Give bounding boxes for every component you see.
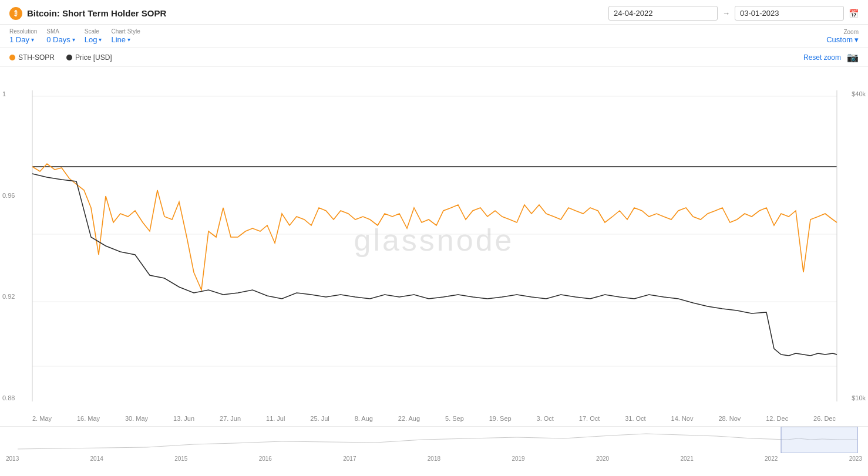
price-label: Price [USD] bbox=[75, 53, 112, 62]
zoom-area: Zoom Custom ▾ bbox=[826, 29, 859, 44]
x-axis-labels: 2. May16. May30. May13. Jun27. Jun11. Ju… bbox=[0, 413, 868, 426]
y-label-088: 0.88 bbox=[2, 394, 15, 401]
x-label-2: 30. May bbox=[125, 415, 148, 426]
mini-label-2023: 2023 bbox=[849, 455, 862, 462]
chart-title: Bitcoin: Short Term Holder SOPR bbox=[27, 8, 166, 18]
y-axis-left: 1 0.96 0.92 0.88 bbox=[2, 90, 15, 401]
x-label-5: 11. Jul bbox=[266, 415, 285, 426]
x-label-0: 2. May bbox=[32, 415, 52, 426]
calendar-icon[interactable]: 📅 bbox=[849, 9, 859, 18]
main-chart-svg bbox=[0, 67, 868, 413]
y-label-092: 0.92 bbox=[2, 293, 15, 300]
y-axis-right: $40k $10k bbox=[852, 90, 866, 401]
btc-icon: ₿ bbox=[9, 7, 22, 20]
x-label-12: 17. Oct bbox=[579, 415, 600, 426]
y-label-096: 0.96 bbox=[2, 192, 15, 199]
svg-rect-8 bbox=[781, 427, 857, 453]
mini-label-2020: 2020 bbox=[596, 455, 609, 462]
main-chart-container: glassnode 1 0.96 0.92 0.88 $40k $10k bbox=[0, 67, 868, 413]
x-label-15: 28. Nov bbox=[718, 415, 741, 426]
legend-left: STH-SOPR Price [USD] bbox=[9, 53, 112, 62]
price-line bbox=[32, 174, 837, 356]
date-range-area: → 📅 bbox=[608, 6, 859, 21]
reset-zoom-button[interactable]: Reset zoom bbox=[803, 53, 841, 62]
title-area: ₿ Bitcoin: Short Term Holder SOPR bbox=[9, 7, 166, 20]
zoom-arrow: ▾ bbox=[854, 35, 859, 44]
mini-x-labels: 2013 2014 2015 2016 2017 2018 2019 2020 … bbox=[0, 455, 868, 462]
mini-label-2022: 2022 bbox=[765, 455, 778, 462]
mini-label-2016: 2016 bbox=[259, 455, 272, 462]
y-label-1: 1 bbox=[2, 90, 15, 97]
x-label-17: 26. Dec bbox=[813, 415, 836, 426]
mini-label-2014: 2014 bbox=[90, 455, 103, 462]
mini-label-2015: 2015 bbox=[174, 455, 187, 462]
mini-label-2018: 2018 bbox=[428, 455, 440, 462]
chart-style-label: Chart Style bbox=[111, 28, 140, 35]
mini-chart-svg bbox=[0, 427, 868, 453]
zoom-value-text: Custom bbox=[826, 35, 853, 44]
chart-style-control: Chart Style Line ▾ bbox=[111, 28, 140, 44]
resolution-control: Resolution 1 Day ▾ bbox=[9, 28, 37, 44]
date-arrow: → bbox=[722, 9, 730, 18]
resolution-label: Resolution bbox=[9, 28, 37, 35]
legend-bar: STH-SOPR Price [USD] Reset zoom 📷 bbox=[0, 48, 868, 67]
y-label-10k: $10k bbox=[852, 394, 866, 401]
date-from-input[interactable] bbox=[608, 6, 718, 21]
mini-label-2019: 2019 bbox=[512, 455, 524, 462]
sma-label: SMA bbox=[46, 28, 75, 35]
price-dot bbox=[66, 55, 72, 60]
legend-price: Price [USD] bbox=[66, 53, 112, 62]
scale-arrow: ▾ bbox=[99, 36, 102, 43]
sma-control: SMA 0 Days ▾ bbox=[46, 28, 75, 44]
x-label-1: 16. May bbox=[77, 415, 100, 426]
mini-chart-area: 2013 2014 2015 2016 2017 2018 2019 2020 … bbox=[0, 426, 868, 464]
resolution-arrow: ▾ bbox=[31, 36, 34, 43]
controls-bar: Resolution 1 Day ▾ SMA 0 Days ▾ Scale Lo… bbox=[0, 25, 868, 48]
x-label-3: 13. Jun bbox=[173, 415, 194, 426]
sth-sopr-line bbox=[32, 164, 837, 290]
scale-label: Scale bbox=[85, 28, 102, 35]
date-to-input[interactable] bbox=[735, 6, 844, 21]
chart-style-arrow: ▾ bbox=[127, 36, 130, 43]
sth-sopr-label: STH-SOPR bbox=[18, 53, 55, 62]
legend-sth-sopr: STH-SOPR bbox=[9, 53, 55, 62]
chart-style-value: Line bbox=[111, 35, 126, 44]
mini-label-2021: 2021 bbox=[681, 455, 694, 462]
resolution-select[interactable]: 1 Day ▾ bbox=[9, 35, 37, 44]
x-label-7: 8. Aug bbox=[355, 415, 373, 426]
mini-label-2013: 2013 bbox=[6, 455, 19, 462]
sth-sopr-dot bbox=[9, 55, 15, 60]
x-label-4: 27. Jun bbox=[220, 415, 241, 426]
x-label-9: 5. Sep bbox=[445, 415, 464, 426]
x-label-8: 22. Aug bbox=[398, 415, 420, 426]
sma-value: 0 Days bbox=[46, 35, 70, 44]
sma-arrow: ▾ bbox=[72, 36, 75, 43]
header: ₿ Bitcoin: Short Term Holder SOPR → 📅 bbox=[0, 0, 868, 25]
zoom-label: Zoom bbox=[843, 29, 859, 35]
camera-icon[interactable]: 📷 bbox=[847, 52, 859, 63]
legend-right: Reset zoom 📷 bbox=[803, 52, 859, 63]
y-label-40k: $40k bbox=[852, 90, 866, 97]
x-label-14: 14. Nov bbox=[671, 415, 694, 426]
mini-label-2017: 2017 bbox=[343, 455, 356, 462]
resolution-value: 1 Day bbox=[9, 35, 29, 44]
x-label-6: 25. Jul bbox=[310, 415, 329, 426]
scale-control: Scale Log ▾ bbox=[85, 28, 102, 44]
x-label-10: 19. Sep bbox=[489, 415, 512, 426]
x-label-16: 12. Dec bbox=[766, 415, 788, 426]
zoom-select[interactable]: Custom ▾ bbox=[826, 35, 859, 44]
chart-style-select[interactable]: Line ▾ bbox=[111, 35, 140, 44]
scale-value: Log bbox=[85, 35, 97, 44]
x-label-11: 3. Oct bbox=[537, 415, 554, 426]
x-label-13: 31. Oct bbox=[625, 415, 645, 426]
scale-select[interactable]: Log ▾ bbox=[85, 35, 102, 44]
sma-select[interactable]: 0 Days ▾ bbox=[46, 35, 75, 44]
